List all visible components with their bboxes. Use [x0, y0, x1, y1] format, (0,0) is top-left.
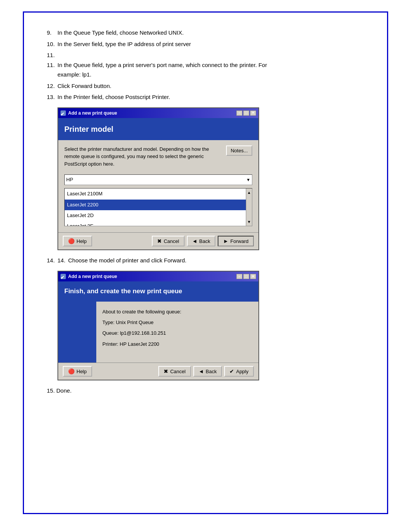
step-14: 14. Choose the model of printer and clic… — [47, 256, 364, 265]
dialog1-header: Printer model — [58, 118, 258, 140]
dialog2-header: Finish, and create the new print queue — [58, 281, 258, 302]
dialog1-titlebar-icon: ✔ — [61, 110, 66, 116]
dialog1-header-title: Printer model — [64, 123, 252, 136]
step-15: Done. — [56, 387, 72, 394]
dialog2-apply-button[interactable]: ✔ Apply — [224, 366, 254, 377]
dialog2-wrapper: ✔ Add a new print queue – □ ✕ Finish, an… — [57, 271, 364, 380]
scroll-down-icon[interactable]: ▼ — [247, 219, 251, 225]
instructions: In the Queue Type field, choose Networke… — [47, 28, 364, 396]
dropdown-arrow-icon: ▼ — [246, 176, 250, 184]
dialog2-body: About to create the following queue: Typ… — [58, 302, 258, 363]
footer2-right: ✖ Cancel ◄ Back ✔ Apply — [158, 366, 254, 377]
step-11: 11. In the Queue field, type a print ser… — [47, 50, 364, 80]
dropdown-row: HP ▼ — [58, 173, 258, 188]
dialog2-maximize-btn[interactable]: □ — [243, 274, 249, 279]
list-item-selected[interactable]: LaserJet 2200 — [65, 200, 246, 210]
dialog1-cancel-button[interactable]: ✖ Cancel — [152, 236, 184, 246]
footer2-left: 🔴 Help — [63, 366, 92, 377]
scroll-up-icon[interactable]: ▲ — [247, 189, 251, 196]
footer-right: ✖ Cancel ◄ Back ► Forward — [152, 236, 254, 246]
dialog1: ✔ Add a new print queue – □ ✕ Printer mo… — [57, 107, 259, 251]
dialog2-close-btn[interactable]: ✕ — [250, 274, 256, 279]
cancel2-icon: ✖ — [164, 368, 168, 374]
dialog1-titlebar: ✔ Add a new print queue – □ ✕ — [58, 108, 258, 118]
manufacturer-dropdown[interactable]: HP ▼ — [64, 174, 252, 185]
dialog2-titlebar-icon: ✔ — [61, 274, 66, 279]
dialog1-help-button[interactable]: 🔴 Help — [63, 236, 92, 246]
page-container: In the Queue Type field, choose Networke… — [23, 11, 388, 514]
dialog2-minimize-btn[interactable]: – — [236, 274, 242, 279]
dialog1-title: Add a new print queue — [68, 109, 117, 117]
list-item[interactable]: LaserJet 2100M — [65, 189, 246, 199]
dialog2-header-title: Finish, and create the new print queue — [64, 286, 252, 297]
type-line: Type: Unix Print Queue — [102, 318, 252, 327]
dialog1-footer: 🔴 Help ✖ Cancel ◄ Back — [58, 232, 258, 249]
step-10: In the Server field, type the IP address… — [47, 39, 364, 49]
dialog1-back-button[interactable]: ◄ Back — [187, 236, 216, 246]
footer-left: 🔴 Help — [63, 236, 92, 246]
dialog2-back-button[interactable]: ◄ Back — [193, 366, 222, 377]
printer-line: Printer: HP LaserJet 2200 — [102, 340, 252, 348]
dialog1-close-btn[interactable]: ✕ — [250, 110, 256, 116]
dialog2-controls: – □ ✕ — [236, 274, 256, 279]
dialog2-title: Add a new print queue — [68, 273, 117, 280]
dialog2-blue-panel — [58, 302, 96, 363]
list-item[interactable]: LaserJet 2D — [65, 210, 246, 221]
dialog2-cancel-button[interactable]: ✖ Cancel — [158, 366, 191, 377]
cancel-icon: ✖ — [157, 238, 162, 244]
printer-model-list[interactable]: LaserJet 2100M LaserJet 2200 LaserJet 2D… — [64, 188, 252, 226]
dialog1-minimize-btn[interactable]: – — [236, 110, 242, 116]
help-icon: 🔴 — [68, 238, 75, 244]
dialog2-help-button[interactable]: 🔴 Help — [63, 366, 92, 377]
queue-line: Queue: lp1@192.168.10.251 — [102, 329, 252, 337]
dialog1-controls: – □ ✕ — [236, 110, 256, 116]
dialog2-footer: 🔴 Help ✖ Cancel ◄ Back — [58, 363, 258, 380]
dialog1-body: Select the printer manufacturer and mode… — [58, 140, 258, 173]
notes-button[interactable]: Notes... — [226, 145, 252, 156]
dialog2: ✔ Add a new print queue – □ ✕ Finish, an… — [57, 271, 259, 380]
dialog2-body-right: About to create the following queue: Typ… — [96, 302, 258, 363]
dialog1-wrapper: ✔ Add a new print queue – □ ✕ Printer mo… — [57, 107, 364, 251]
dialog1-maximize-btn[interactable]: □ — [243, 110, 249, 116]
step-9: In the Queue Type field, choose Networke… — [47, 28, 364, 38]
apply-icon: ✔ — [229, 368, 234, 374]
forward-icon: ► — [223, 238, 228, 244]
about-label: About to create the following queue: — [102, 308, 252, 316]
back-icon: ◄ — [192, 238, 198, 244]
dialog2-titlebar: ✔ Add a new print queue – □ ✕ — [58, 272, 258, 281]
list-item[interactable]: LaserJet 2E — [65, 221, 246, 227]
step-12: Click Forward button. — [47, 81, 364, 91]
dropdown-value: HP — [66, 176, 73, 184]
help2-icon: 🔴 — [68, 368, 75, 374]
dialog1-body-text: Select the printer manufacturer and mode… — [64, 145, 222, 168]
step-13: In the Printer field, choose Postscript … — [47, 92, 364, 102]
dialog1-forward-button[interactable]: ► Forward — [218, 236, 254, 246]
back2-icon: ◄ — [199, 368, 204, 374]
